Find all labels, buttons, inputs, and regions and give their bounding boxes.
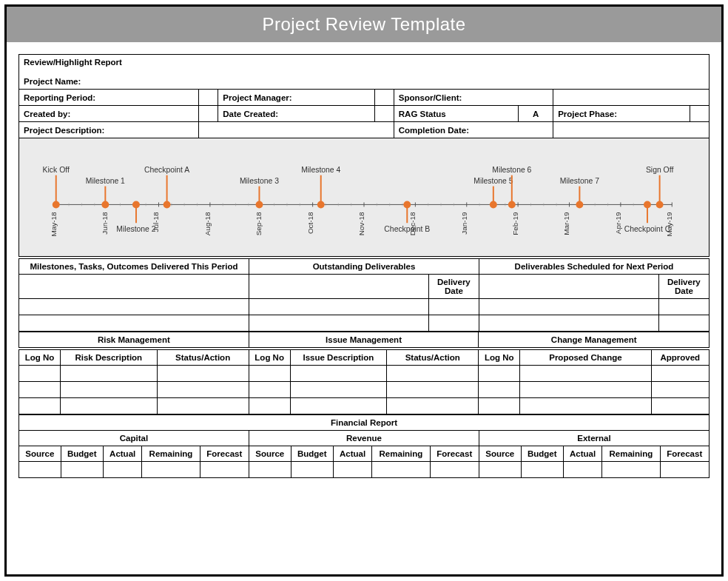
mgmt-cell[interactable] xyxy=(387,398,479,414)
fin-cell[interactable] xyxy=(563,462,601,478)
fin-cell[interactable] xyxy=(19,462,61,478)
deliv-cell[interactable] xyxy=(249,299,429,315)
mgmt-cell[interactable] xyxy=(19,382,61,398)
mgmt-cell[interactable] xyxy=(651,382,709,398)
svg-text:Milestone 7: Milestone 7 xyxy=(560,177,599,185)
deliv-cell[interactable] xyxy=(19,315,249,332)
svg-text:Milestone 4: Milestone 4 xyxy=(301,166,340,174)
fin-cell[interactable] xyxy=(372,462,430,478)
fin-cell[interactable] xyxy=(291,462,333,478)
document-frame: Project Review Template Review/Highlight… xyxy=(4,4,724,577)
fin-cell[interactable] xyxy=(479,462,521,478)
fin-title: Financial Report xyxy=(19,415,710,431)
sponsor-client-value[interactable] xyxy=(553,90,710,106)
svg-point-64 xyxy=(53,201,60,208)
svg-text:Aug-18: Aug-18 xyxy=(203,212,212,235)
deliv-cell[interactable] xyxy=(19,275,249,299)
fin-cell[interactable] xyxy=(200,462,249,478)
fin-cell[interactable] xyxy=(142,462,200,478)
fin-cell[interactable] xyxy=(430,462,479,478)
project-manager-value[interactable] xyxy=(374,90,394,106)
svg-text:Jun-18: Jun-18 xyxy=(101,212,109,235)
mgmt-cell[interactable] xyxy=(19,366,61,382)
fin-table: Financial Report Capital Revenue Externa… xyxy=(18,414,710,478)
mgmt-cell[interactable] xyxy=(651,398,709,414)
report-title: Review/Highlight Report xyxy=(19,55,710,70)
fin-external-head: External xyxy=(479,431,709,446)
mgmt-cell[interactable] xyxy=(479,382,520,398)
svg-point-73 xyxy=(164,201,171,208)
fin-cell[interactable] xyxy=(333,462,371,478)
date-created-value[interactable] xyxy=(374,106,394,122)
mgmt-cell[interactable] xyxy=(157,366,249,382)
date-created-label: Date Created: xyxy=(218,106,375,122)
fin-cell[interactable] xyxy=(61,462,103,478)
mgmt-cell[interactable] xyxy=(290,382,387,398)
project-description-value[interactable] xyxy=(199,122,394,138)
fin-forecast: Forecast xyxy=(430,446,479,462)
reporting-period-value[interactable] xyxy=(199,90,218,106)
mgmt-cell[interactable] xyxy=(520,366,651,382)
mgmt-cell[interactable] xyxy=(520,398,651,414)
project-name-label: Project Name: xyxy=(19,70,710,90)
fin-source: Source xyxy=(249,446,291,462)
project-phase-value[interactable] xyxy=(690,106,710,122)
deliv-cell[interactable] xyxy=(19,299,249,315)
fin-revenue-head: Revenue xyxy=(249,431,479,446)
deliv-cell[interactable] xyxy=(479,275,658,299)
deliv-cell[interactable] xyxy=(428,299,479,315)
svg-text:Kick Off: Kick Off xyxy=(43,166,70,174)
mgmt-cell[interactable] xyxy=(60,366,157,382)
mgmt-cell[interactable] xyxy=(387,382,479,398)
svg-text:Oct-18: Oct-18 xyxy=(306,212,314,234)
svg-point-70 xyxy=(132,201,140,208)
svg-text:Checkpoint B: Checkpoint B xyxy=(384,225,430,233)
fin-remaining: Remaining xyxy=(602,446,660,462)
mgmt-cell[interactable] xyxy=(651,366,709,382)
mgmt-cell[interactable] xyxy=(249,382,290,398)
svg-point-91 xyxy=(576,201,583,208)
delivery-date-head: Delivery Date xyxy=(428,275,479,299)
svg-text:Checkpoint A: Checkpoint A xyxy=(144,166,189,174)
mgmt-cell[interactable] xyxy=(479,366,520,382)
deliv-cell[interactable] xyxy=(249,275,429,299)
deliv-cell[interactable] xyxy=(479,299,658,315)
deliv-cell[interactable] xyxy=(249,315,429,332)
deliv-cell[interactable] xyxy=(428,315,479,332)
mgmt-cell[interactable] xyxy=(157,382,249,398)
proposed-change-head: Proposed Change xyxy=(520,350,651,366)
mgmt-cell[interactable] xyxy=(60,398,157,414)
header-table: Review/Highlight Report Project Name: Re… xyxy=(18,54,710,138)
log-no-head: Log No xyxy=(479,350,520,366)
deliv-cell[interactable] xyxy=(479,315,658,332)
mgmt-cell[interactable] xyxy=(387,366,479,382)
mgmt-cell[interactable] xyxy=(520,382,651,398)
fin-cell[interactable] xyxy=(249,462,291,478)
svg-text:Milestone 1: Milestone 1 xyxy=(86,177,125,185)
fin-cell[interactable] xyxy=(602,462,660,478)
mgmt-cell[interactable] xyxy=(157,398,249,414)
mgmt-cell[interactable] xyxy=(290,366,387,382)
fin-remaining: Remaining xyxy=(372,446,430,462)
svg-text:Milestone 5: Milestone 5 xyxy=(473,177,513,185)
mgmt-cell[interactable] xyxy=(249,398,290,414)
mgmt-cell[interactable] xyxy=(479,398,520,414)
mgmt-cell[interactable] xyxy=(19,398,61,414)
fin-cell[interactable] xyxy=(521,462,563,478)
deliv-cell[interactable] xyxy=(658,299,709,315)
svg-text:Checkpoint C: Checkpoint C xyxy=(624,225,671,233)
fin-budget: Budget xyxy=(61,446,103,462)
fin-cell[interactable] xyxy=(103,462,141,478)
mgmt-cell[interactable] xyxy=(60,382,157,398)
reporting-period-label: Reporting Period: xyxy=(19,90,199,106)
fin-forecast: Forecast xyxy=(200,446,249,462)
deliv-cell[interactable] xyxy=(658,315,709,332)
created-by-value[interactable] xyxy=(199,106,218,122)
mgmt-cell[interactable] xyxy=(249,366,290,382)
fin-cell[interactable] xyxy=(660,462,709,478)
mgmt-cell[interactable] xyxy=(290,398,387,414)
completion-date-value[interactable] xyxy=(553,122,710,138)
fin-remaining: Remaining xyxy=(142,446,200,462)
fin-budget: Budget xyxy=(521,446,563,462)
svg-point-88 xyxy=(508,201,516,208)
